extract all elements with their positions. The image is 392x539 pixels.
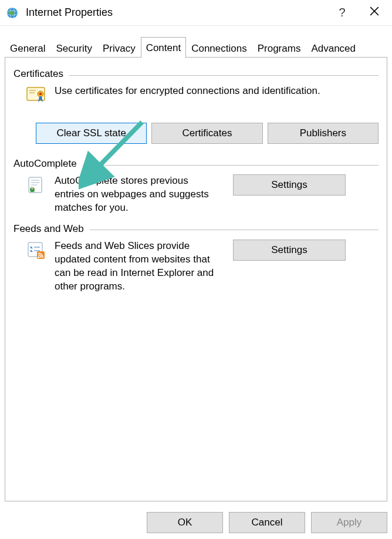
autocomplete-group-title: AutoComplete [13, 158, 77, 170]
autocomplete-description: AutoComplete stores previous entries on … [55, 174, 225, 215]
tab-connections[interactable]: Connections [186, 39, 252, 58]
autocomplete-settings-button[interactable]: Settings [233, 174, 346, 196]
tab-strip: General Security Privacy Content Connect… [0, 34, 392, 58]
content-tab-panel: Certificates Use certificates for encryp… [5, 58, 387, 501]
title-bar: Internet Properties ? [0, 0, 392, 26]
feeds-description: Feeds and Web Slices provide updated con… [55, 240, 225, 294]
certificates-group-rule [69, 75, 379, 76]
close-button[interactable] [357, 6, 392, 19]
tab-programs[interactable]: Programs [252, 39, 306, 58]
autocomplete-icon [26, 174, 46, 215]
svg-point-20 [38, 256, 39, 258]
internet-options-icon [6, 6, 19, 19]
svg-point-7 [39, 93, 42, 96]
certificate-icon [26, 85, 46, 106]
feeds-group-title: Feeds and Web [13, 223, 84, 235]
feeds-group: Feeds and Web Feeds and Web Slices [13, 223, 379, 294]
dialog-action-row: OK Cancel Apply [147, 512, 387, 533]
feeds-icon [26, 240, 46, 294]
window-title: Internet Properties [26, 6, 113, 19]
certificates-group-title: Certificates [13, 68, 63, 80]
ok-button[interactable]: OK [147, 512, 223, 533]
autocomplete-group-rule [83, 165, 379, 166]
help-button[interactable]: ? [327, 6, 357, 19]
publishers-button[interactable]: Publishers [268, 123, 379, 144]
autocomplete-group: AutoComplete AutoComplete stores previou… [13, 158, 379, 215]
svg-point-15 [31, 187, 33, 189]
apply-button[interactable]: Apply [311, 512, 387, 533]
tab-general[interactable]: General [5, 39, 50, 58]
certificates-group: Certificates Use certificates for encryp… [13, 68, 379, 144]
tab-privacy[interactable]: Privacy [97, 39, 141, 58]
tab-advanced[interactable]: Advanced [306, 39, 361, 58]
certificates-description: Use certificates for encrypted connectio… [55, 85, 379, 106]
tab-content[interactable]: Content [141, 37, 187, 58]
feeds-settings-button[interactable]: Settings [233, 240, 346, 261]
clear-ssl-button[interactable]: Clear SSL state [36, 123, 147, 144]
tab-security[interactable]: Security [50, 39, 97, 58]
feeds-group-rule [90, 230, 379, 230]
certificates-button[interactable]: Certificates [151, 123, 262, 144]
cancel-button[interactable]: Cancel [229, 512, 305, 533]
